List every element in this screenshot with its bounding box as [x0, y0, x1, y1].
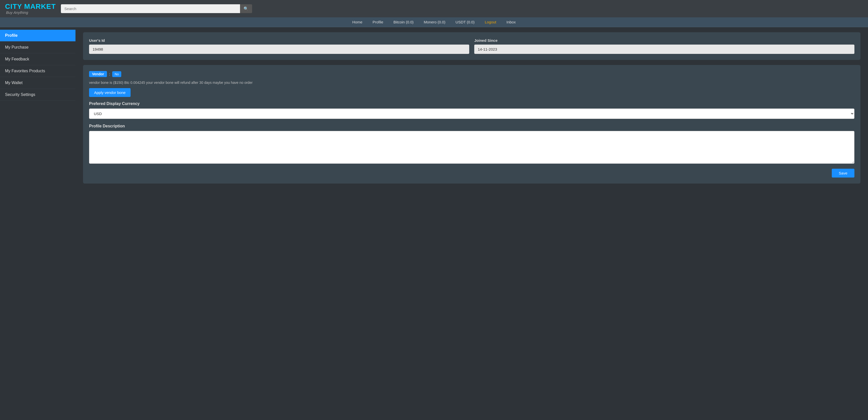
- main-layout: Profile My Purchase My Feedback My Favor…: [0, 27, 868, 417]
- save-button[interactable]: Save: [832, 169, 855, 177]
- sidebar-item-my-purchase[interactable]: My Purchase: [0, 41, 75, 53]
- nav-home[interactable]: Home: [352, 20, 362, 24]
- profile-description-textarea[interactable]: [89, 131, 855, 164]
- user-info-card: User's Id Joined Since: [83, 32, 861, 60]
- search-input[interactable]: [61, 4, 240, 13]
- vendor-card: Vendor : No vendor bone is ($150) Btc 0.…: [83, 65, 861, 184]
- nav-bitcoin[interactable]: Bitcoin (0.0): [394, 20, 414, 24]
- logo-subtitle: Buy Anything: [5, 10, 56, 15]
- logo-title: CITY MARKET: [5, 3, 56, 10]
- vendor-badge: Vendor: [89, 71, 107, 77]
- search-container: 🔍: [61, 4, 252, 13]
- vendor-row: Vendor : No: [89, 71, 855, 77]
- nav-inbox[interactable]: Inbox: [506, 20, 516, 24]
- user-id-label: User's Id: [89, 38, 469, 43]
- colon: :: [109, 72, 110, 76]
- navbar: Home Profile Bitcoin (0.0) Monero (0.0) …: [0, 18, 868, 27]
- joined-since-group: Joined Since: [474, 38, 855, 54]
- vendor-info-text: vendor bone is ($150) Btc 0.004245 your …: [89, 81, 855, 85]
- currency-select[interactable]: USD BTC XMR EUR: [89, 109, 855, 119]
- nav-monero[interactable]: Monero (0.0): [424, 20, 445, 24]
- user-id-group: User's Id: [89, 38, 469, 54]
- sidebar-item-my-wallet[interactable]: My Wallet: [0, 77, 75, 89]
- description-label: Profile Description: [89, 124, 855, 129]
- joined-label: Joined Since: [474, 38, 855, 43]
- joined-input[interactable]: [474, 45, 855, 54]
- sidebar-item-security-settings[interactable]: Security Settings: [0, 89, 75, 101]
- apply-vendor-bone-button[interactable]: Apply vendor bone: [89, 88, 131, 97]
- sidebar-item-profile[interactable]: Profile: [0, 30, 75, 41]
- sidebar-item-my-feedback[interactable]: My Feedback: [0, 53, 75, 65]
- currency-label: Prefered Display Currency: [89, 102, 855, 106]
- no-badge: No: [112, 71, 122, 77]
- nav-profile[interactable]: Profile: [373, 20, 383, 24]
- logo-area: CITY MARKET Buy Anything: [5, 3, 56, 15]
- nav-usdt[interactable]: USDT (0.0): [456, 20, 475, 24]
- user-info-row: User's Id Joined Since: [89, 38, 855, 54]
- save-row: Save: [89, 169, 855, 177]
- user-id-input[interactable]: [89, 45, 469, 54]
- content-area: User's Id Joined Since Vendor : No vendo…: [75, 27, 868, 417]
- sidebar: Profile My Purchase My Feedback My Favor…: [0, 27, 75, 417]
- sidebar-item-my-favorites[interactable]: My Favorites Products: [0, 65, 75, 77]
- search-button[interactable]: 🔍: [240, 4, 252, 13]
- nav-logout[interactable]: Logout: [485, 20, 496, 24]
- header: CITY MARKET Buy Anything 🔍: [0, 0, 868, 18]
